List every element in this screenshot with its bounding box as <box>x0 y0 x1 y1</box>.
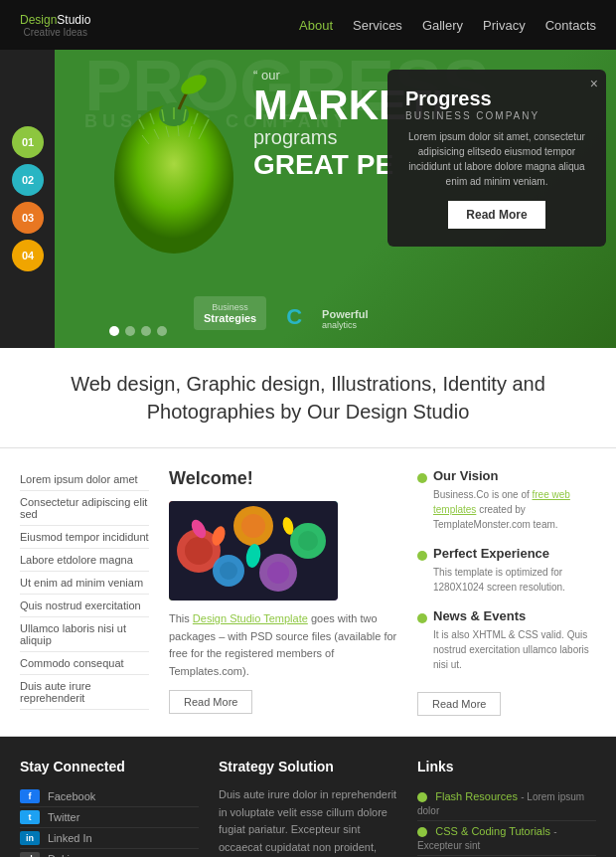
right-item-news: News & Events It is also XHTML & CSS val… <box>417 608 596 672</box>
slide-num-2[interactable]: 02 <box>12 164 44 196</box>
popup-read-more[interactable]: Read More <box>448 201 544 229</box>
slide-dot-4[interactable] <box>157 326 167 336</box>
right-experience-title: Perfect Experience <box>433 546 596 561</box>
left-sidebar: Lorem ipsum dolor amet Consectetur adipi… <box>20 468 149 716</box>
footer-linkedin[interactable]: in Linked In <box>20 828 199 849</box>
right-experience-body: This template is optimized for 1280X1024… <box>433 565 596 595</box>
linkedin-icon: in <box>20 831 40 845</box>
slide-dots <box>109 326 167 336</box>
main-content: Lorem ipsum dolor amet Consectetur adipi… <box>0 448 616 737</box>
twitter-label: Twitter <box>48 811 79 823</box>
svg-point-2 <box>178 71 210 98</box>
right-news-body: It is also XHTML & CSS valid. Quis nostr… <box>433 627 596 672</box>
svg-point-18 <box>185 537 213 565</box>
nav-about[interactable]: About <box>299 18 333 33</box>
logo-tagline: Creative Ideas <box>20 27 90 38</box>
tagline-section: Web design, Graphic design, Illustration… <box>0 348 616 448</box>
nav-gallery[interactable]: Gallery <box>422 18 463 33</box>
footer-links-title: Links <box>417 759 596 774</box>
right-column: Our Vision Business.Co is one of free we… <box>417 468 596 716</box>
nav-contacts[interactable]: Contacts <box>545 18 596 33</box>
welcome-title: Welcome! <box>169 468 397 489</box>
header: DesignStudio Creative Ideas About Servic… <box>0 0 616 50</box>
right-read-more[interactable]: Read More <box>417 692 501 716</box>
footer-stay-connected: Stay Connected f Facebook t Twitter in L… <box>20 759 199 857</box>
facebook-icon: f <box>20 789 40 803</box>
apple-area <box>104 70 253 298</box>
slide-dot-3[interactable] <box>141 326 151 336</box>
apple-svg <box>104 70 243 268</box>
sidebar-link-6[interactable]: Quis nostrud exercitation <box>20 595 149 617</box>
right-item-experience: Perfect Experience This template is opti… <box>417 546 596 595</box>
popup-close[interactable]: × <box>590 76 598 91</box>
footer-link-item-1: Flash Resources - Lorem ipsum dolor <box>417 786 596 821</box>
welcome-image <box>169 501 338 600</box>
slide-dot-1[interactable] <box>109 326 119 336</box>
sidebar-link-2[interactable]: Consectetur adipiscing elit sed <box>20 491 149 526</box>
sidebar-link-3[interactable]: Eiusmod tempor incididunt <box>20 526 149 549</box>
footer-link-flash[interactable]: Flash Resources <box>435 790 518 802</box>
footer-facebook[interactable]: f Facebook <box>20 786 199 807</box>
right-vision-body: Business.Co is one of free web templates… <box>433 487 596 532</box>
footer-columns: Stay Connected f Facebook t Twitter in L… <box>20 759 596 857</box>
welcome-img-svg <box>169 501 338 600</box>
logo-studio: Studio <box>57 13 90 27</box>
slide-dot-2[interactable] <box>125 326 135 336</box>
svg-point-20 <box>241 514 265 538</box>
svg-point-24 <box>220 562 237 580</box>
footer-strategy: Strategy Solution Duis aute irure dolor … <box>219 759 397 857</box>
footer-connected-title: Stay Connected <box>20 759 199 774</box>
slide-popup: × Progress BUSINESS COMPANY Lorem ipsum … <box>387 70 606 247</box>
sidebar-link-4[interactable]: Labore etdolore magna <box>20 549 149 572</box>
welcome-read-more[interactable]: Read More <box>169 690 252 714</box>
slide-label-powerful: Powerful analytics <box>322 308 368 330</box>
tagline-text: Web design, Graphic design, Illustration… <box>20 370 596 426</box>
svg-point-0 <box>114 104 233 254</box>
sidebar-link-8[interactable]: Commodo consequat <box>20 652 149 675</box>
logo-text: DesignStudio <box>20 13 90 27</box>
footer-strategy-title: Strategy Solution <box>219 759 397 774</box>
slide-num-3[interactable]: 03 <box>12 202 44 234</box>
footer-link-css[interactable]: CSS & Coding Tutorials <box>435 825 550 837</box>
right-item-vision: Our Vision Business.Co is one of free we… <box>417 468 596 532</box>
link-bullet-2 <box>417 827 427 837</box>
footer-links: Links Flash Resources - Lorem ipsum dolo… <box>417 759 596 857</box>
delicious-label: Del.ico.us <box>48 853 95 857</box>
slide-label-c: C <box>286 304 302 330</box>
popup-title: Progress <box>405 87 588 110</box>
welcome-body: This Design Studio Template goes with tw… <box>169 610 397 680</box>
link-bullet-1 <box>417 792 427 802</box>
logo-design: Design <box>20 13 57 27</box>
nav-privacy[interactable]: Privacy <box>483 18 526 33</box>
svg-point-26 <box>267 562 289 584</box>
footer-link-item-2: CSS & Coding Tutorials - Excepteur sint <box>417 821 596 856</box>
footer-links-list: Flash Resources - Lorem ipsum dolor CSS … <box>417 786 596 857</box>
slide-num-4[interactable]: 04 <box>12 240 44 271</box>
svg-point-22 <box>298 531 318 551</box>
footer-link-css-sep: - <box>553 826 556 837</box>
footer-delicious[interactable]: d Del.ico.us <box>20 849 199 857</box>
footer-strategy-body: Duis aute irure dolor in reprehenderit i… <box>219 786 397 857</box>
facebook-label: Facebook <box>48 790 95 802</box>
sidebar-link-9[interactable]: Duis aute irure reprehenderit <box>20 675 149 710</box>
footer-twitter[interactable]: t Twitter <box>20 807 199 828</box>
free-templates-link[interactable]: free web templates <box>433 489 570 515</box>
sidebar-link-1[interactable]: Lorem ipsum dolor amet <box>20 468 149 491</box>
center-column: Welcome! This Design Studio <box>169 468 397 716</box>
slider-area: 01 02 03 04 PROGRESS BUSINESS COMPANY <box>0 50 616 348</box>
popup-body: Lorem ipsum dolor sit amet, consectetur … <box>405 129 588 189</box>
popup-subtitle: BUSINESS COMPANY <box>405 110 588 121</box>
slide-num-1[interactable]: 01 <box>12 126 44 158</box>
slide-bottom-labels: Business Strategies C Powerful analytics <box>194 296 369 330</box>
main-nav: About Services Gallery Privacy Contacts <box>299 18 596 33</box>
slide-label-business: Business Strategies <box>194 296 266 330</box>
sidebar-link-5[interactable]: Ut enim ad minim veniam <box>20 572 149 595</box>
nav-services[interactable]: Services <box>353 18 402 33</box>
sidebar-link-7[interactable]: Ullamco laboris nisi ut aliquip <box>20 617 149 652</box>
footer: Stay Connected f Facebook t Twitter in L… <box>0 737 616 857</box>
twitter-icon: t <box>20 810 40 824</box>
footer-link-css-desc: Excepteur sint <box>417 840 480 851</box>
right-vision-title: Our Vision <box>433 468 596 483</box>
design-studio-link[interactable]: Design Studio Template <box>193 612 308 624</box>
delicious-icon: d <box>20 852 40 857</box>
